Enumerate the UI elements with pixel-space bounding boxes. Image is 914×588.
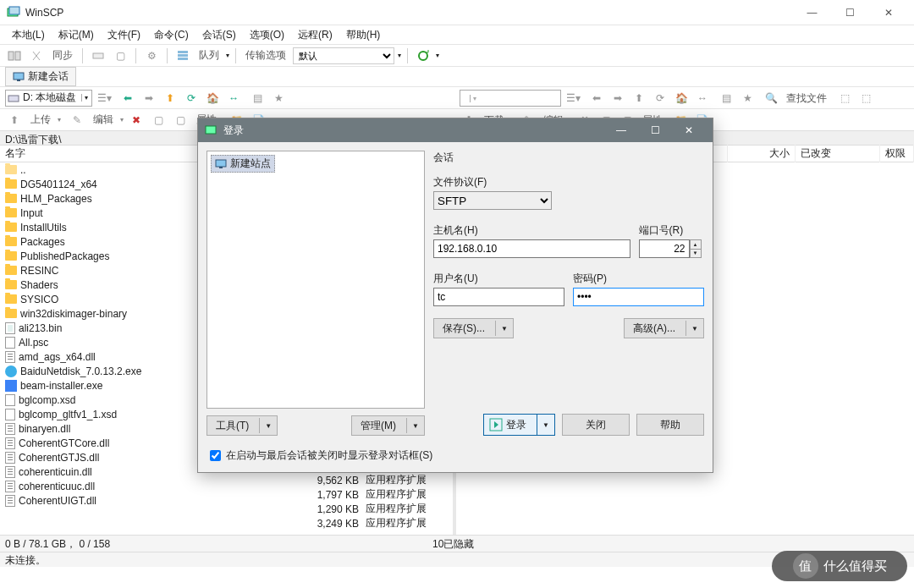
menu-command[interactable]: 命令(C) bbox=[149, 26, 194, 44]
local-drive-combo[interactable]: D: 本地磁盘 ▾ bbox=[5, 90, 92, 107]
new-site-item[interactable]: 新建站点 bbox=[211, 155, 275, 173]
watermark-icon: 值 bbox=[793, 553, 818, 579]
host-label: 主机名(H) bbox=[433, 223, 630, 238]
remote-forward-icon[interactable]: ➡ bbox=[608, 89, 627, 107]
home-icon[interactable]: 🏠 bbox=[203, 89, 222, 107]
table-row[interactable]: 1,290 KB应用程序扩展 bbox=[197, 502, 455, 516]
maximize-button[interactable]: ☐ bbox=[831, 0, 869, 25]
login-title-text: 登录 bbox=[223, 124, 604, 138]
remote-drive-combo[interactable]: ▾ bbox=[460, 90, 561, 107]
edit-icon[interactable]: ✎ bbox=[68, 111, 86, 129]
port-spinner[interactable]: ▲▼ bbox=[690, 239, 702, 258]
menu-file[interactable]: 文件(F) bbox=[102, 26, 146, 44]
login-maximize-button[interactable]: ☐ bbox=[638, 118, 672, 142]
remote-filter-icon[interactable]: ☰▾ bbox=[564, 89, 582, 107]
svg-rect-5 bbox=[178, 51, 188, 53]
menu-options[interactable]: 选项(O) bbox=[245, 26, 289, 44]
sync-browse-icon[interactable] bbox=[5, 47, 24, 65]
local-path: D:\迅雷下载\ bbox=[5, 134, 62, 146]
login-button[interactable]: 登录 ▼ bbox=[483, 414, 555, 436]
rcol-size-header[interactable]: 大小 bbox=[728, 145, 796, 162]
sync-label[interactable]: 同步 bbox=[49, 48, 76, 63]
close-button[interactable]: ✕ bbox=[869, 0, 907, 25]
table-row[interactable]: 1,797 KB应用程序扩展 bbox=[197, 487, 455, 502]
rename-icon[interactable]: ▢ bbox=[149, 111, 168, 129]
disk-icon bbox=[8, 92, 19, 104]
menu-mark[interactable]: 标记(M) bbox=[53, 26, 99, 44]
remote-sync-icon[interactable]: ↔ bbox=[693, 89, 712, 107]
transfer-icon[interactable] bbox=[89, 47, 107, 65]
table-row[interactable]: 9,562 KB应用程序扩展 bbox=[197, 473, 455, 487]
session-tab-bar: 新建会话 bbox=[0, 66, 914, 86]
transfer-options-label: 传输选项 bbox=[242, 48, 289, 63]
login-title-bar[interactable]: 登录 — ☐ ✕ bbox=[198, 118, 713, 142]
menu-local[interactable]: 本地(L) bbox=[7, 26, 50, 44]
password-input[interactable] bbox=[573, 288, 704, 306]
remote-misc-1-icon[interactable]: ⬚ bbox=[835, 89, 854, 107]
console-icon[interactable]: ▢ bbox=[111, 47, 129, 65]
table-row[interactable]: 3,249 KB应用程序扩展 bbox=[197, 516, 455, 530]
bookmark-icon[interactable]: ★ bbox=[269, 89, 288, 107]
menu-help[interactable]: 帮助(H) bbox=[341, 26, 386, 44]
queue-icon[interactable] bbox=[173, 47, 192, 65]
svg-rect-11 bbox=[8, 96, 19, 102]
filter-icon[interactable]: ☰▾ bbox=[95, 89, 113, 107]
svg-rect-7 bbox=[178, 58, 188, 60]
upload-icon[interactable]: ⬆ bbox=[5, 111, 24, 129]
up-icon[interactable]: ⬆ bbox=[161, 89, 179, 107]
tools-button[interactable]: 工具(T)▼ bbox=[206, 415, 278, 436]
back-icon[interactable]: ⬅ bbox=[118, 89, 137, 107]
selection-status-bar: 0 B / 78.1 GB， 0 / 158 10已隐藏 bbox=[0, 535, 914, 552]
rcol-date-header[interactable]: 已改变 bbox=[796, 145, 880, 162]
pass-label: 密码(P) bbox=[573, 272, 704, 286]
login-minimize-button[interactable]: — bbox=[604, 118, 638, 142]
remote-misc-2-icon[interactable]: ⬚ bbox=[856, 89, 875, 107]
remote-bookmark-icon[interactable]: ★ bbox=[738, 89, 757, 107]
host-input[interactable] bbox=[433, 239, 630, 258]
refresh-icon[interactable] bbox=[414, 47, 432, 65]
svg-rect-10 bbox=[17, 80, 20, 81]
close-dialog-button[interactable]: 关闭 bbox=[562, 414, 630, 436]
menu-session[interactable]: 会话(S) bbox=[197, 26, 241, 44]
menu-remote[interactable]: 远程(R) bbox=[293, 26, 338, 44]
save-button[interactable]: 保存(S)...▼ bbox=[433, 318, 514, 338]
advanced-button[interactable]: 高级(A)...▼ bbox=[624, 318, 704, 338]
refresh-local-icon[interactable]: ⟳ bbox=[182, 89, 201, 107]
help-dialog-button[interactable]: 帮助 bbox=[636, 414, 704, 436]
username-input[interactable] bbox=[433, 288, 564, 306]
main-toolbar: 同步 ▢ ⚙ 队列 ▾ 传输选项 默认 ▾ ▾ bbox=[0, 44, 914, 66]
show-on-start-row: 在启动与最后会话被关闭时显示登录对话框(S) bbox=[198, 444, 713, 472]
new-session-tab[interactable]: 新建会话 bbox=[5, 67, 76, 86]
login-close-button[interactable]: ✕ bbox=[672, 118, 706, 142]
upload-label[interactable]: 上传 bbox=[27, 113, 54, 127]
props-icon[interactable]: ▢ bbox=[171, 111, 190, 129]
port-input[interactable] bbox=[639, 239, 690, 258]
svg-rect-2 bbox=[8, 52, 14, 60]
find-files-icon[interactable]: 🔍 bbox=[762, 89, 780, 107]
svg-rect-4 bbox=[93, 53, 103, 58]
tree-icon[interactable]: ▤ bbox=[248, 89, 267, 107]
remote-refresh-icon[interactable]: ⟳ bbox=[651, 89, 669, 107]
forward-icon[interactable]: ➡ bbox=[140, 89, 158, 107]
transfer-combo[interactable]: 默认 bbox=[293, 47, 394, 64]
svg-rect-12 bbox=[206, 126, 216, 134]
show-on-start-checkbox[interactable]: 在启动与最后会话被关闭时显示登录对话框(S) bbox=[206, 449, 432, 461]
remote-back-icon[interactable]: ⬅ bbox=[587, 89, 606, 107]
find-files-label[interactable]: 查找文件 bbox=[783, 91, 830, 106]
minimize-button[interactable]: — bbox=[793, 0, 831, 25]
compare-icon[interactable] bbox=[27, 47, 46, 65]
remote-tree-icon[interactable]: ▤ bbox=[717, 89, 735, 107]
site-list[interactable]: 新建站点 bbox=[206, 151, 425, 409]
delete-icon[interactable]: ✖ bbox=[127, 111, 146, 129]
edit-label[interactable]: 编辑 bbox=[90, 113, 117, 127]
queue-label[interactable]: 队列 bbox=[195, 48, 223, 63]
session-group-label: 会话 bbox=[433, 151, 704, 165]
manage-button[interactable]: 管理(M)▼ bbox=[351, 415, 425, 436]
rcol-perm-header[interactable]: 权限 bbox=[880, 145, 914, 162]
protocol-select[interactable]: SFTP bbox=[433, 191, 552, 210]
remote-up-icon[interactable]: ⬆ bbox=[630, 89, 648, 107]
remote-home-icon[interactable]: 🏠 bbox=[672, 89, 691, 107]
sync-dir-icon[interactable]: ↔ bbox=[224, 89, 243, 107]
login-dialog: 登录 — ☐ ✕ 新建站点 工具(T)▼ 管理(M)▼ bbox=[197, 118, 713, 473]
settings-icon[interactable]: ⚙ bbox=[142, 47, 161, 65]
